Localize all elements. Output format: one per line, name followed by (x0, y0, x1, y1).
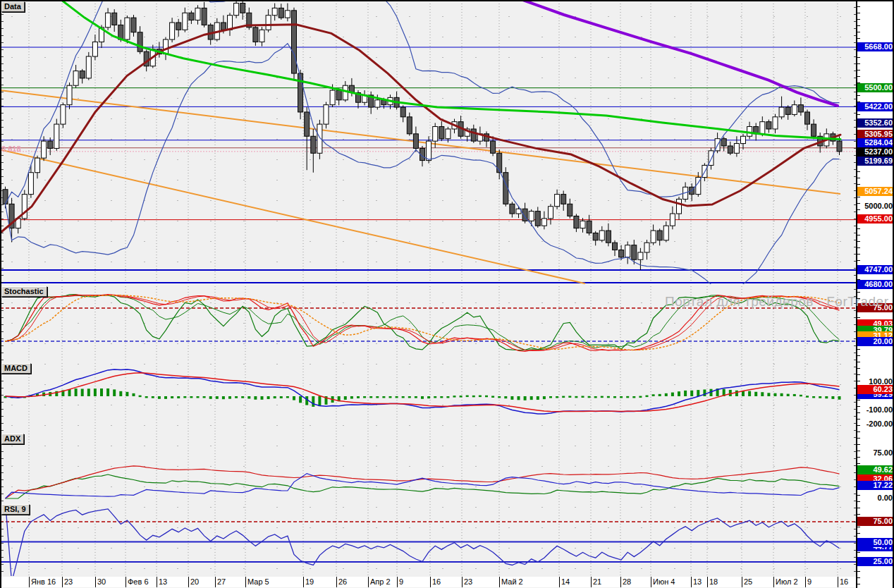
price-label: -100.00 (857, 405, 894, 415)
panel-label-data[interactable]: Data (1, 1, 25, 12)
time-label: 9 (399, 577, 403, 586)
price-label: 75.00 (857, 517, 894, 526)
price-label: 0.00 (857, 494, 894, 503)
price-label: 5668.00 (857, 42, 894, 51)
time-label: 9 (807, 577, 812, 586)
price-label: -200.00 (857, 419, 894, 429)
time-label: Фев 6 (128, 577, 149, 586)
panel-divider (0, 0, 894, 1)
time-label: Май 2 (501, 577, 523, 586)
price-label: 5000.00 (857, 202, 894, 211)
time-label: 27 (217, 577, 226, 586)
price-label: 5422.00 (857, 102, 894, 111)
time-label: 16 (432, 577, 441, 586)
time-label: 26 (338, 577, 347, 586)
time-label: 21 (593, 577, 601, 586)
price-label: 5199.69 (857, 157, 894, 166)
price-label: 5237.00 (857, 147, 894, 157)
time-tick (691, 577, 692, 587)
time-label: Мар 5 (247, 577, 269, 586)
time-tick (651, 577, 651, 587)
price-label: 4747.00 (857, 265, 894, 274)
time-tick (559, 577, 560, 587)
time-label: 14 (561, 577, 570, 586)
time-label: Апр 2 (370, 577, 391, 586)
panel-label-stochastic[interactable]: Stochastic (1, 286, 47, 297)
time-tick (707, 577, 708, 587)
panel-rsi (0, 502, 856, 577)
time-label: Янв 16 (31, 577, 56, 586)
time-tick (430, 577, 431, 587)
price-label: 5500.00 (857, 83, 894, 92)
time-tick (591, 577, 592, 587)
time-label: 25 (744, 577, 752, 586)
watermark: Портал для трейдеров - ForTrader.ru (665, 294, 894, 310)
time-label: Июл 2 (776, 577, 798, 586)
price-label: 50.00 (857, 538, 894, 547)
time-tick (29, 577, 30, 587)
time-axis: Янв 162330Фев 6132027Мар 51926Апр 291623… (0, 577, 856, 587)
price-label: 20.00 (857, 337, 894, 346)
chart-application: 5668.005500.005422.005352.605305.955284.… (0, 0, 894, 588)
time-label: 23 (64, 577, 73, 586)
time-label: 20 (190, 577, 199, 586)
time-tick (462, 577, 463, 587)
panel-label-macd[interactable]: MACD (1, 363, 31, 374)
price-label: 5057.24 (857, 187, 894, 196)
price-label: 75.00 (857, 448, 894, 458)
price-label: 49.62 (857, 465, 894, 474)
price-label: 25.00 (857, 557, 894, 566)
panel-label-rsi[interactable]: RSI, 9 (1, 504, 30, 515)
time-label: 18 (709, 577, 718, 586)
price-label: 4955.00 (857, 214, 894, 223)
time-tick (773, 577, 774, 587)
time-tick (805, 577, 806, 587)
time-label: 13 (159, 577, 167, 586)
time-tick (368, 577, 369, 587)
panel-main (0, 0, 856, 290)
fibonacci-level-label: 0.618 (1, 145, 21, 153)
price-label: 4680.00 (857, 280, 894, 289)
time-tick (95, 577, 96, 587)
panel-label-adx[interactable]: ADX (1, 434, 24, 444)
time-tick (336, 577, 337, 587)
ma_green (60, 0, 840, 139)
price-label: 5352.60 (857, 118, 894, 128)
time-tick (838, 577, 838, 587)
panel-adx (6, 434, 840, 502)
time-tick (620, 577, 621, 587)
time-tick (742, 577, 742, 587)
price-label: 60.23 (857, 385, 894, 394)
time-tick (499, 577, 500, 587)
time-tick (245, 577, 246, 587)
chart-canvas[interactable] (0, 0, 856, 577)
time-label: 28 (623, 577, 631, 586)
time-tick (303, 577, 304, 587)
time-label: 30 (97, 577, 106, 586)
ma_purple (520, 0, 838, 106)
time-tick (215, 577, 216, 587)
time-tick (62, 577, 63, 587)
time-label: 13 (693, 577, 702, 586)
price-label: 17.22 (857, 481, 894, 490)
time-label: 23 (464, 577, 472, 586)
time-label: Июн 4 (653, 577, 675, 586)
time-label: 16 (840, 577, 848, 586)
panel-macd (4, 363, 841, 431)
time-tick (188, 577, 189, 587)
time-tick (397, 577, 398, 587)
time-tick (157, 577, 157, 587)
time-label: 19 (305, 577, 314, 586)
price-label: 5284.04 (857, 138, 894, 147)
candlesticks (3, 0, 842, 270)
time-tick (125, 577, 126, 587)
